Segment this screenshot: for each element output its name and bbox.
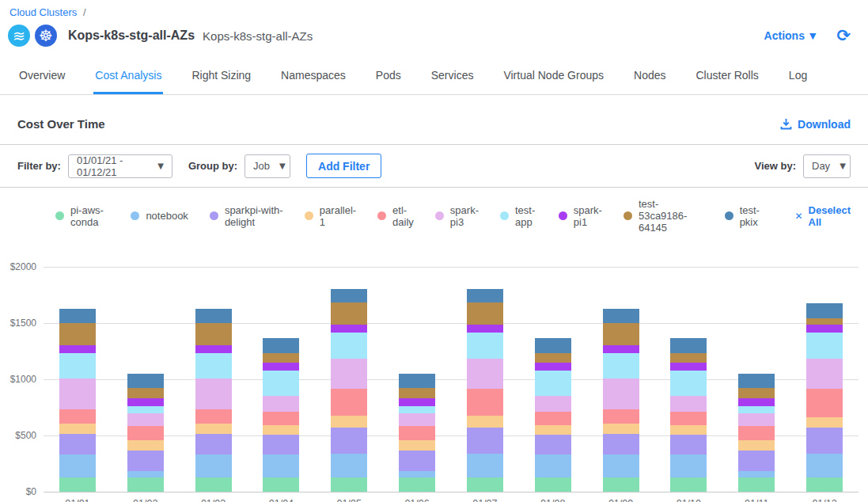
bar-segment-spark-pi1[interactable] <box>399 398 435 406</box>
bar-segment-notebook[interactable] <box>535 454 571 477</box>
bar-segment-etl-daily[interactable] <box>467 389 503 416</box>
bar-segment-parallel-1[interactable] <box>670 425 707 435</box>
bar-segment-parallel-1[interactable] <box>738 440 775 451</box>
tab-nodes[interactable]: Nodes <box>632 56 667 94</box>
bar-segment-spark-pi3[interactable] <box>195 378 232 409</box>
bar-segment-test-pkix[interactable] <box>399 374 435 388</box>
bar-segment-spark-pi1[interactable] <box>59 345 96 353</box>
bar-segment-test-app[interactable] <box>603 353 639 379</box>
bar-segment-notebook[interactable] <box>603 454 639 477</box>
bar-segment-sparkpi-with-delight[interactable] <box>738 451 775 471</box>
bar-segment-test-pkix[interactable] <box>467 289 503 303</box>
bar-segment-spark-pi3[interactable] <box>603 378 639 409</box>
breadcrumb-link-cloud-clusters[interactable]: Cloud Clusters <box>9 6 77 18</box>
bar-segment-test-app[interactable] <box>399 406 435 413</box>
legend-item-test-app[interactable]: test-app <box>500 204 537 228</box>
stacked-bar-01/06[interactable] <box>399 374 435 492</box>
bar-segment-spark-pi3[interactable] <box>331 359 367 389</box>
bar-segment-pi-aws-conda[interactable] <box>59 477 96 492</box>
bar-segment-pi-aws-conda[interactable] <box>806 477 843 492</box>
tab-right-sizing[interactable]: Right Sizing <box>190 56 252 94</box>
bar-segment-spark-pi1[interactable] <box>806 325 843 333</box>
bar-segment-test-53ca9186-64145[interactable] <box>399 388 435 398</box>
bar-segment-test-53ca9186-64145[interactable] <box>195 323 232 345</box>
bar-segment-test-pkix[interactable] <box>59 309 96 323</box>
deselect-all-button[interactable]: ✕Deselect All <box>794 204 851 228</box>
bar-segment-spark-pi1[interactable] <box>603 345 639 353</box>
bar-segment-test-app[interactable] <box>263 371 299 397</box>
tab-services[interactable]: Services <box>430 56 476 94</box>
bar-segment-sparkpi-with-delight[interactable] <box>399 451 435 471</box>
bar-segment-pi-aws-conda[interactable] <box>195 477 232 492</box>
bar-segment-notebook[interactable] <box>331 454 367 477</box>
bar-segment-pi-aws-conda[interactable] <box>670 477 707 492</box>
bar-segment-test-app[interactable] <box>467 333 503 359</box>
bar-segment-test-pkix[interactable] <box>195 309 232 323</box>
legend-item-spark-pi1[interactable]: spark-pi1 <box>559 204 602 228</box>
bar-segment-etl-daily[interactable] <box>263 412 299 425</box>
bar-segment-pi-aws-conda[interactable] <box>127 477 164 492</box>
bar-segment-test-pkix[interactable] <box>738 374 775 388</box>
bar-segment-parallel-1[interactable] <box>127 440 164 451</box>
stacked-bar-01/03[interactable] <box>195 309 232 492</box>
stacked-bar-01/07[interactable] <box>467 289 503 492</box>
bar-segment-sparkpi-with-delight[interactable] <box>127 451 164 471</box>
bar-segment-spark-pi3[interactable] <box>467 359 503 389</box>
bar-segment-test-53ca9186-64145[interactable] <box>806 318 843 325</box>
group-by-dropdown[interactable]: Job ▼ <box>244 154 290 178</box>
bar-segment-test-app[interactable] <box>535 371 571 397</box>
legend-item-spark-pi3[interactable]: spark-pi3 <box>435 204 479 228</box>
bar-segment-spark-pi1[interactable] <box>263 363 299 371</box>
bar-segment-test-pkix[interactable] <box>263 338 299 353</box>
bar-segment-spark-pi3[interactable] <box>127 413 164 426</box>
bar-segment-etl-daily[interactable] <box>603 409 639 424</box>
stacked-bar-01/11[interactable] <box>738 374 775 492</box>
actions-button[interactable]: Actions ▼ <box>764 29 817 42</box>
bar-segment-spark-pi1[interactable] <box>670 363 707 371</box>
bar-segment-test-app[interactable] <box>127 406 164 413</box>
stacked-bar-01/05[interactable] <box>331 289 367 492</box>
bar-segment-notebook[interactable] <box>195 454 232 477</box>
bar-segment-sparkpi-with-delight[interactable] <box>467 428 503 454</box>
bar-segment-notebook[interactable] <box>399 471 435 477</box>
bar-segment-test-53ca9186-64145[interactable] <box>738 388 775 398</box>
add-filter-button[interactable]: Add Filter <box>306 154 381 178</box>
bar-segment-parallel-1[interactable] <box>59 424 96 434</box>
stacked-bar-01/01[interactable] <box>59 309 96 492</box>
bar-segment-test-53ca9186-64145[interactable] <box>263 353 299 363</box>
legend-item-parallel-1[interactable]: parallel-1 <box>305 204 356 228</box>
legend-item-pi-aws-conda[interactable]: pi-aws-conda <box>55 204 109 228</box>
bar-segment-test-pkix[interactable] <box>806 303 843 318</box>
bar-segment-pi-aws-conda[interactable] <box>738 477 775 492</box>
bar-segment-test-pkix[interactable] <box>127 374 164 388</box>
bar-segment-sparkpi-with-delight[interactable] <box>806 428 843 454</box>
bar-segment-test-app[interactable] <box>670 371 707 397</box>
bar-segment-spark-pi3[interactable] <box>59 378 96 409</box>
bar-segment-parallel-1[interactable] <box>535 425 571 435</box>
bar-segment-parallel-1[interactable] <box>806 417 843 428</box>
bar-segment-notebook[interactable] <box>263 454 299 477</box>
bar-segment-etl-daily[interactable] <box>127 426 164 440</box>
tab-cluster-rolls[interactable]: Cluster Rolls <box>694 56 760 94</box>
bar-segment-sparkpi-with-delight[interactable] <box>535 435 571 455</box>
bar-segment-parallel-1[interactable] <box>263 425 299 435</box>
bar-segment-test-app[interactable] <box>738 406 775 413</box>
bar-segment-test-53ca9186-64145[interactable] <box>127 388 164 398</box>
bar-segment-test-53ca9186-64145[interactable] <box>331 302 367 325</box>
bar-segment-notebook[interactable] <box>738 471 775 477</box>
bar-segment-spark-pi3[interactable] <box>263 396 299 411</box>
bar-segment-test-53ca9186-64145[interactable] <box>535 353 571 363</box>
bar-segment-etl-daily[interactable] <box>806 389 843 417</box>
bar-segment-spark-pi1[interactable] <box>467 325 503 333</box>
bar-segment-test-53ca9186-64145[interactable] <box>670 353 707 363</box>
bar-segment-test-53ca9186-64145[interactable] <box>603 323 639 345</box>
bar-segment-spark-pi1[interactable] <box>331 325 367 333</box>
bar-segment-sparkpi-with-delight[interactable] <box>670 435 707 455</box>
bar-segment-parallel-1[interactable] <box>603 424 639 434</box>
bar-segment-spark-pi3[interactable] <box>670 396 707 411</box>
bar-segment-sparkpi-with-delight[interactable] <box>59 434 96 454</box>
bar-segment-etl-daily[interactable] <box>535 412 571 425</box>
tab-virtual-node-groups[interactable]: Virtual Node Groups <box>502 56 605 94</box>
bar-segment-test-53ca9186-64145[interactable] <box>467 302 503 325</box>
bar-segment-etl-daily[interactable] <box>195 409 232 424</box>
